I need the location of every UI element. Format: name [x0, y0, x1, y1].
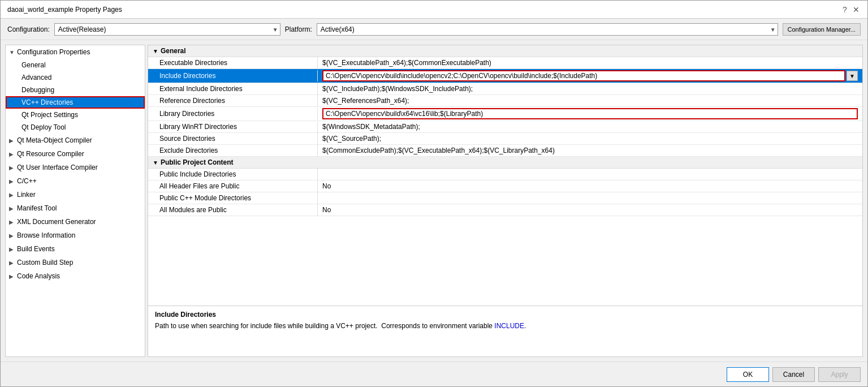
code-analysis-expand: ▶	[9, 273, 17, 280]
prop-reference-dirs-name: Reference Directories	[148, 95, 318, 106]
prop-public-include-dirs[interactable]: Public Include Directories	[148, 169, 862, 180]
cancel-button[interactable]: Cancel	[772, 367, 815, 382]
prop-exclude-dirs-text: $(CommonExcludePath);$(VC_ExecutablePath…	[322, 147, 858, 154]
general-section-header: ▼ General	[148, 45, 862, 57]
prop-exclude-dirs-name: Exclude Directories	[148, 145, 318, 156]
platform-label: Platform:	[285, 25, 312, 33]
debugging-label: Debugging	[6, 85, 145, 95]
prop-exclude-dirs[interactable]: Exclude Directories $(CommonExcludePath)…	[148, 145, 862, 157]
help-button[interactable]: ?	[840, 5, 849, 14]
prop-all-header-public-text: No	[322, 182, 858, 190]
bottom-bar: OK Cancel Apply	[1, 362, 867, 386]
prop-source-dirs[interactable]: Source Directories $(VC_SourcePath);	[148, 133, 862, 145]
prop-executable-dirs[interactable]: Executable Directories $(VC_ExecutablePa…	[148, 57, 862, 69]
config-properties-label: Configuration Properties	[17, 48, 90, 56]
advanced-label: Advanced	[6, 72, 145, 83]
tree-root-item[interactable]: ▼ Configuration Properties	[6, 45, 145, 59]
prop-include-dirs-text: C:\OpenCV\opencv\build\include\opencv2;C…	[322, 70, 845, 81]
prop-source-dirs-name: Source Directories	[148, 133, 318, 144]
prop-external-include-name: External Include Directories	[148, 83, 318, 94]
dialog-title: daoai_world_example Property Pages	[7, 6, 122, 14]
prop-exec-dirs-name: Executable Directories	[148, 57, 318, 68]
general-label: General	[6, 60, 145, 70]
code-analysis-label: ▶ Code Analysis	[6, 270, 145, 282]
tree-qt-deploy[interactable]: Qt Deploy Tool	[6, 121, 145, 134]
config-manager-button[interactable]: Configuration Manager...	[783, 23, 861, 36]
qt-ui-expand: ▶	[9, 165, 17, 171]
apply-button[interactable]: Apply	[818, 367, 861, 382]
tree-qt-project[interactable]: Qt Project Settings	[6, 109, 145, 121]
prop-all-modules-public-name: All Modules are Public	[148, 204, 318, 216]
cpp-expand: ▶	[9, 178, 17, 184]
public-project-expand-icon: ▼	[153, 160, 158, 166]
right-panel: ▼ General Executable Directories $(VC_Ex…	[148, 45, 863, 357]
tree-debugging[interactable]: Debugging	[6, 84, 145, 96]
prop-library-winrt-value: $(WindowsSDK_MetadataPath);	[318, 122, 862, 132]
qt-resource-expand: ▶	[9, 151, 17, 157]
tree-code-analysis[interactable]: ▶ Code Analysis	[6, 269, 145, 283]
tree-qt-meta[interactable]: ▶ Qt Meta-Object Compiler	[6, 134, 145, 147]
ok-button[interactable]: OK	[727, 367, 769, 382]
prop-public-cpp-module-name: Public C++ Module Directories	[148, 192, 318, 204]
qt-deploy-label: Qt Deploy Tool	[6, 122, 145, 132]
prop-reference-dirs[interactable]: Reference Directories $(VC_ReferencesPat…	[148, 95, 862, 107]
prop-library-winrt[interactable]: Library WinRT Directories $(WindowsSDK_M…	[148, 121, 862, 133]
env-var-text: INCLUDE	[494, 322, 524, 330]
tree-xml-doc[interactable]: ▶ XML Document Generator	[6, 215, 145, 229]
prop-external-include-value: $(VC_IncludePath);$(WindowsSDK_IncludePa…	[318, 84, 862, 94]
browse-info-expand: ▶	[9, 233, 17, 239]
qt-ui-label: ▶ Qt User Interface Compiler	[6, 162, 145, 173]
config-dropdown-wrapper: Active(Release) ▼	[54, 23, 280, 36]
xml-doc-expand: ▶	[9, 219, 17, 225]
prop-all-header-public-name: All Header Files are Public	[148, 180, 318, 192]
prop-all-header-public[interactable]: All Header Files are Public No	[148, 180, 862, 192]
prop-library-dirs-name: Library Directories	[148, 108, 318, 119]
tree-vc-dirs[interactable]: VC++ Directories	[6, 96, 145, 109]
linker-expand: ▶	[9, 192, 17, 198]
tree-advanced[interactable]: Advanced	[6, 71, 145, 84]
tree-manifest[interactable]: ▶ Manifest Tool	[6, 201, 145, 215]
prop-external-include-text: $(VC_IncludePath);$(WindowsSDK_IncludePa…	[322, 85, 858, 93]
prop-all-modules-public[interactable]: All Modules are Public No	[148, 204, 862, 216]
property-pages-dialog: daoai_world_example Property Pages ? ✕ C…	[0, 0, 868, 387]
description-text: Path to use when searching for include f…	[155, 321, 856, 331]
include-dirs-dropdown-btn[interactable]: ▼	[847, 71, 858, 81]
config-dropdown[interactable]: Active(Release)	[54, 23, 280, 36]
vc-dirs-label: VC++ Directories	[6, 97, 145, 108]
tree-browse-info[interactable]: ▶ Browse Information	[6, 229, 145, 242]
prop-public-cpp-module[interactable]: Public C++ Module Directories	[148, 192, 862, 204]
tree-custom-build[interactable]: ▶ Custom Build Step	[6, 256, 145, 269]
prop-library-dirs[interactable]: Library Directories C:\OpenCV\opencv\bui…	[148, 107, 862, 121]
prop-include-dirs-value: C:\OpenCV\opencv\build\include\opencv2;C…	[318, 69, 862, 83]
platform-dropdown[interactable]: Active(x64)	[317, 23, 778, 36]
prop-reference-dirs-text: $(VC_ReferencesPath_x64);	[322, 97, 858, 105]
cpp-label: ▶ C/C++	[6, 175, 145, 187]
close-button[interactable]: ✕	[852, 5, 861, 14]
qt-meta-expand: ▶	[9, 137, 17, 144]
prop-public-cpp-module-value	[318, 197, 862, 199]
prop-library-winrt-name: Library WinRT Directories	[148, 121, 318, 132]
qt-meta-label: ▶ Qt Meta-Object Compiler	[6, 135, 145, 146]
prop-reference-dirs-value: $(VC_ReferencesPath_x64);	[318, 96, 862, 106]
main-content: ▼ Configuration Properties General Advan…	[1, 40, 867, 362]
config-label: Configuration:	[7, 25, 50, 33]
title-bar-buttons: ? ✕	[840, 5, 861, 14]
tree-qt-resource[interactable]: ▶ Qt Resource Compiler	[6, 147, 145, 161]
prop-public-include-dirs-value	[318, 173, 862, 175]
config-bar: Configuration: Active(Release) ▼ Platfor…	[1, 19, 867, 40]
prop-include-dirs-name: Include Directories	[148, 70, 318, 81]
tree-general[interactable]: General	[6, 59, 145, 71]
tree-qt-ui[interactable]: ▶ Qt User Interface Compiler	[6, 161, 145, 174]
tree-build-events[interactable]: ▶ Build Events	[6, 242, 145, 256]
description-title: Include Directories	[155, 311, 856, 319]
linker-label: ▶ Linker	[6, 189, 145, 200]
general-section-title: General	[161, 47, 186, 55]
prop-external-include[interactable]: External Include Directories $(VC_Includ…	[148, 83, 862, 95]
tree-cpp[interactable]: ▶ C/C++	[6, 174, 145, 188]
build-events-expand: ▶	[9, 246, 17, 252]
browse-info-label: ▶ Browse Information	[6, 230, 145, 241]
manifest-label: ▶ Manifest Tool	[6, 203, 145, 214]
tree-linker[interactable]: ▶ Linker	[6, 188, 145, 201]
manifest-expand: ▶	[9, 205, 17, 212]
prop-include-dirs[interactable]: Include Directories C:\OpenCV\opencv\bui…	[148, 69, 862, 83]
